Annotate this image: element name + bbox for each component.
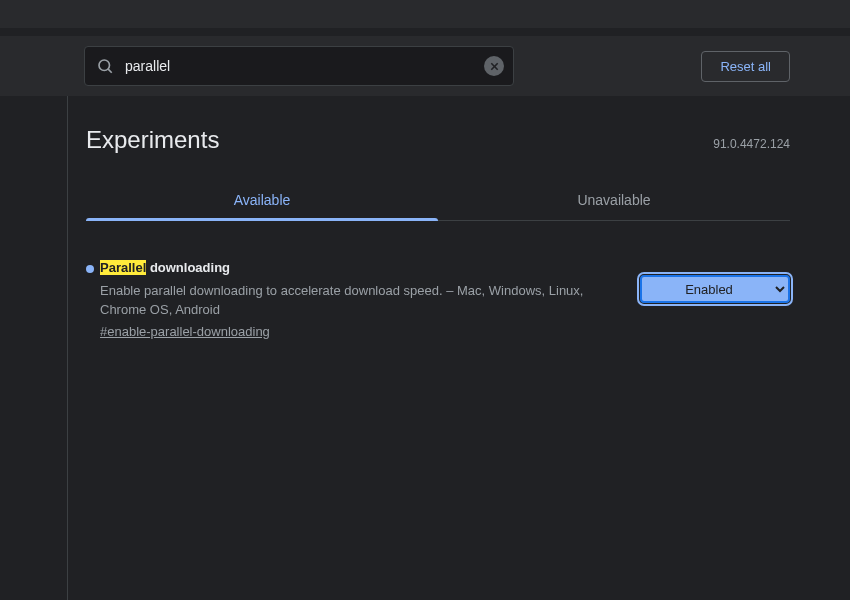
main-panel: Experiments 91.0.4472.124 Available Unav…	[68, 96, 850, 600]
flag-title: Parallel downloading	[100, 259, 600, 277]
search-icon	[96, 57, 114, 75]
flag-title-rest: downloading	[146, 260, 230, 275]
flag-state-select[interactable]: Enabled	[640, 275, 790, 303]
flag-list: Parallel downloading Enable parallel dow…	[86, 221, 790, 340]
page-title: Experiments	[86, 126, 219, 154]
header-row: Experiments 91.0.4472.124	[86, 116, 790, 180]
search-highlight: Parallel	[100, 260, 146, 275]
search-input[interactable]	[84, 46, 514, 86]
modified-dot-icon	[86, 265, 94, 273]
flag-row: Parallel downloading Enable parallel dow…	[86, 259, 790, 340]
flag-left: Parallel downloading Enable parallel dow…	[86, 259, 600, 340]
search-wrapper	[84, 46, 514, 86]
clear-search-button[interactable]	[484, 56, 504, 76]
close-icon	[489, 61, 500, 72]
reset-all-button[interactable]: Reset all	[701, 51, 790, 82]
tab-available[interactable]: Available	[86, 180, 438, 220]
svg-point-0	[99, 60, 110, 71]
version-label: 91.0.4472.124	[713, 137, 790, 151]
svg-line-1	[108, 69, 112, 73]
window-top-strip	[0, 0, 850, 28]
flag-hash-link[interactable]: #enable-parallel-downloading	[100, 324, 270, 339]
left-margin	[0, 96, 68, 600]
flag-text: Parallel downloading Enable parallel dow…	[100, 259, 600, 340]
gap	[0, 28, 850, 36]
content: Experiments 91.0.4472.124 Available Unav…	[0, 96, 850, 600]
tabs: Available Unavailable	[86, 180, 790, 221]
tab-unavailable[interactable]: Unavailable	[438, 180, 790, 220]
toolbar: Reset all	[0, 36, 850, 96]
flag-description: Enable parallel downloading to accelerat…	[100, 282, 600, 320]
